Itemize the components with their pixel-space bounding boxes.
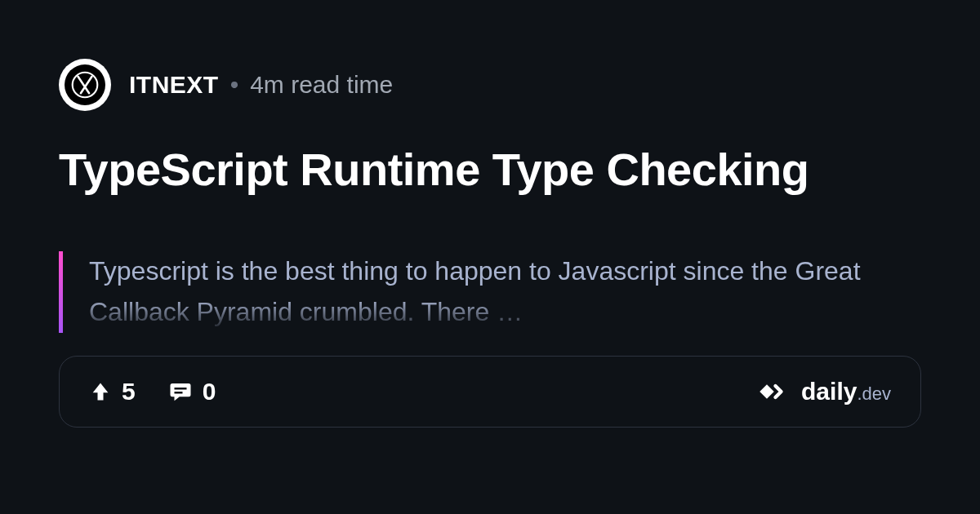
- stats-group: 5 0: [89, 378, 216, 405]
- meta-row: ITNEXT • 4m read time: [129, 71, 393, 99]
- upvote-count: 5: [122, 378, 136, 405]
- excerpt-block: Typescript is the best thing to happen t…: [59, 251, 921, 332]
- header-row: ITNEXT • 4m read time: [59, 59, 921, 111]
- upvote-stat[interactable]: 5: [89, 378, 136, 405]
- card-container: ITNEXT • 4m read time TypeScript Runtime…: [0, 0, 980, 514]
- separator: •: [230, 71, 239, 99]
- brand-suffix: .dev: [857, 383, 891, 404]
- brand-name: daily: [801, 378, 857, 405]
- footer-bar: 5 0 daily.dev: [59, 356, 921, 428]
- source-avatar[interactable]: [59, 59, 111, 111]
- comment-count: 0: [203, 378, 216, 405]
- svg-point-0: [73, 73, 98, 98]
- article-excerpt: Typescript is the best thing to happen t…: [89, 251, 921, 332]
- comment-icon: [168, 379, 193, 404]
- svg-rect-2: [174, 392, 182, 394]
- comment-stat[interactable]: 0: [168, 378, 216, 405]
- upvote-icon: [89, 380, 112, 403]
- read-time: 4m read time: [250, 71, 393, 99]
- source-name[interactable]: ITNEXT: [129, 71, 219, 99]
- source-logo-icon: [71, 71, 99, 99]
- svg-rect-1: [174, 388, 186, 390]
- article-title[interactable]: TypeScript Runtime Type Checking: [59, 144, 921, 196]
- brand-text: daily.dev: [801, 378, 891, 405]
- brand-icon: [755, 374, 790, 409]
- brand-logo[interactable]: daily.dev: [755, 374, 891, 409]
